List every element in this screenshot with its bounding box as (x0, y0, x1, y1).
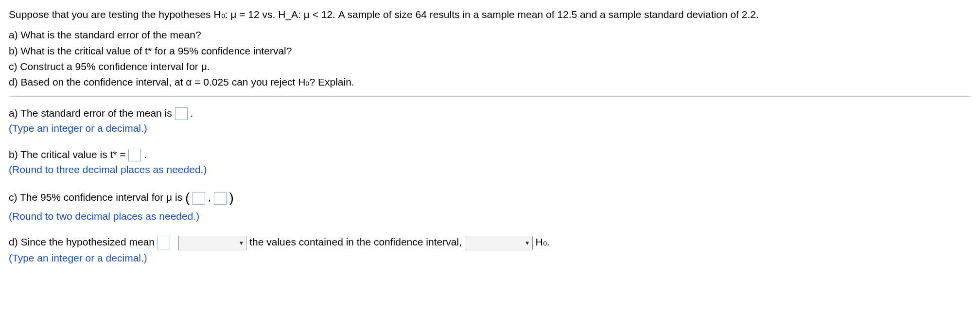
answer-a-suffix: . (190, 107, 193, 119)
answer-c-hint: (Round to two decimal places as needed.) (9, 210, 199, 222)
question-b: b) What is the critical value of t* for … (9, 44, 971, 58)
answer-c-lower-input[interactable] (192, 192, 205, 205)
answer-d-input[interactable] (158, 237, 170, 249)
answer-d: d) Since the hypothesized mean ▼ the val… (9, 234, 971, 265)
answer-d-dropdown-2[interactable]: ▼ (465, 236, 533, 250)
section-divider (9, 96, 971, 97)
chevron-down-icon: ▼ (525, 239, 530, 247)
answer-b-input[interactable] (128, 149, 141, 161)
intro-line: Suppose that you are testing the hypothe… (9, 8, 971, 21)
answer-b: b) The critical value is t* = . (Round t… (9, 147, 971, 177)
answer-c: c) The 95% confidence interval for μ is … (9, 188, 971, 224)
answer-a-prefix: a) The standard error of the mean is (9, 107, 175, 119)
answer-b-hint: (Round to three decimal places as needed… (9, 164, 207, 175)
question-c: c) Construct a 95% confidence interval f… (9, 60, 971, 73)
chevron-down-icon: ▼ (238, 239, 244, 247)
question-prompt: Suppose that you are testing the hypothe… (9, 8, 971, 89)
answer-a-hint: (Type an integer or a decimal.) (9, 122, 147, 134)
answer-a-input[interactable] (175, 107, 188, 120)
open-paren: ( (185, 191, 190, 206)
answer-a: a) The standard error of the mean is . (… (9, 105, 971, 136)
interval-separator: , (208, 192, 211, 203)
answer-d-prefix: d) Since the hypothesized mean (9, 236, 158, 247)
question-a: a) What is the standard error of the mea… (9, 28, 971, 42)
answer-c-upper-input[interactable] (214, 192, 227, 205)
answer-d-tail: H₀. (536, 236, 550, 247)
question-d: d) Based on the confidence interval, at … (9, 75, 971, 89)
answer-d-dropdown-1[interactable]: ▼ (178, 236, 246, 250)
answer-b-suffix: . (144, 149, 147, 160)
answer-c-prefix: c) The 95% confidence interval for μ is (9, 192, 185, 203)
answer-d-mid: the values contained in the confidence i… (249, 236, 464, 247)
answer-b-prefix: b) The critical value is t* = (9, 149, 128, 160)
answer-d-hint: (Type an integer or a decimal.) (9, 252, 147, 263)
close-paren: ) (229, 191, 234, 206)
